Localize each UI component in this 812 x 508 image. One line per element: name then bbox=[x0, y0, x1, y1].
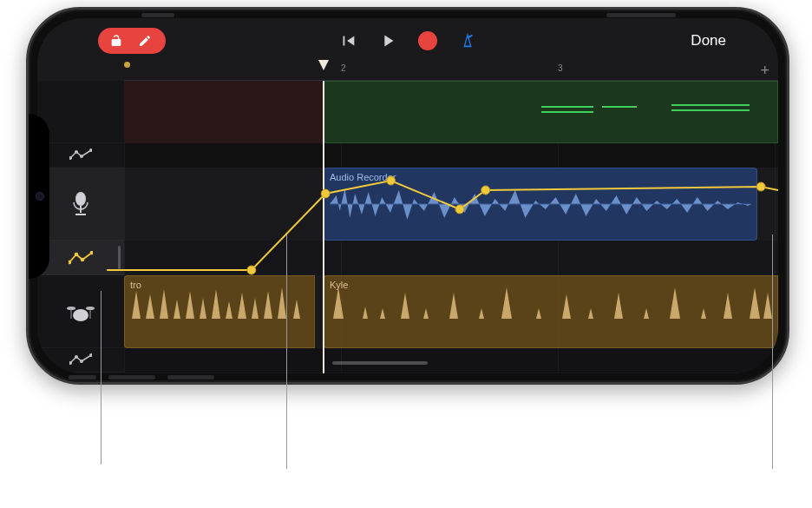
done-button[interactable]: Done bbox=[691, 32, 726, 49]
record-button[interactable] bbox=[416, 30, 439, 52]
svg-point-7 bbox=[75, 253, 79, 257]
waveform bbox=[330, 180, 751, 228]
phone-frame: Done 2 3 + bbox=[26, 7, 789, 385]
track-lane-audio-automation[interactable] bbox=[124, 241, 778, 275]
track-lane-midi[interactable] bbox=[124, 81, 778, 143]
ruler-tick: 2 bbox=[341, 63, 346, 73]
rewind-button[interactable] bbox=[337, 30, 359, 52]
metronome-button[interactable] bbox=[456, 30, 479, 52]
automation-icon bbox=[69, 148, 92, 161]
region-label: tro bbox=[130, 280, 141, 290]
track-lane-drummer-automation[interactable] bbox=[124, 348, 778, 373]
ruler-tick: 3 bbox=[558, 63, 563, 73]
automation-edit-toggle[interactable] bbox=[98, 28, 166, 54]
svg-point-16 bbox=[75, 355, 78, 359]
svg-point-1 bbox=[75, 150, 78, 154]
drummer-region-2[interactable]: Kyle bbox=[324, 275, 778, 348]
ruler[interactable]: 2 3 + bbox=[124, 60, 778, 81]
pencil-icon bbox=[136, 32, 154, 49]
audio-region[interactable]: Audio Recorder bbox=[324, 168, 757, 241]
phone-button-vol-down bbox=[167, 375, 214, 379]
track-header-drummer-automation[interactable] bbox=[37, 348, 124, 373]
timeline: 2 3 + bbox=[37, 60, 778, 373]
automation-icon bbox=[69, 353, 92, 366]
track-header-midi-automation[interactable] bbox=[37, 143, 124, 168]
drum-waveform bbox=[128, 295, 311, 342]
song-start-marker[interactable] bbox=[124, 62, 130, 68]
track-header-audio[interactable] bbox=[37, 168, 124, 241]
track-header-audio-automation[interactable] bbox=[37, 241, 124, 275]
unlock-icon bbox=[105, 30, 128, 52]
callout-line bbox=[286, 234, 287, 469]
toolbar: Done bbox=[37, 23, 778, 58]
microphone-icon bbox=[70, 192, 91, 221]
app-screen: Done 2 3 + bbox=[37, 18, 778, 373]
horizontal-scroll-indicator[interactable] bbox=[332, 361, 428, 365]
phone-button-power bbox=[606, 13, 676, 17]
svg-point-2 bbox=[80, 155, 83, 158]
track-lane-drummer[interactable]: tro bbox=[124, 275, 778, 348]
track-lane-midi-automation[interactable] bbox=[124, 143, 778, 168]
automation-icon bbox=[69, 251, 93, 265]
phone-notch bbox=[29, 114, 49, 279]
track-lanes[interactable]: Audio Recorder bbox=[124, 81, 778, 373]
add-section-button[interactable]: + bbox=[760, 62, 769, 80]
phone-button-silence bbox=[141, 13, 174, 17]
track-headers bbox=[37, 81, 124, 373]
midi-region[interactable] bbox=[324, 81, 778, 143]
svg-point-17 bbox=[80, 360, 83, 363]
drum-waveform bbox=[328, 295, 774, 342]
track-header-drummer[interactable] bbox=[37, 275, 124, 348]
drumkit-icon bbox=[66, 300, 95, 326]
svg-point-10 bbox=[73, 309, 88, 321]
automation-handle[interactable] bbox=[118, 246, 121, 269]
callout-line bbox=[101, 291, 102, 465]
phone-button-vol-up bbox=[108, 375, 155, 379]
svg-point-4 bbox=[75, 192, 86, 206]
play-button[interactable] bbox=[377, 30, 399, 52]
track-lane-audio[interactable]: Audio Recorder bbox=[124, 168, 778, 241]
svg-point-8 bbox=[81, 258, 85, 262]
callout-line bbox=[772, 234, 773, 469]
phone-button-sleep bbox=[69, 375, 96, 379]
track-header-midi[interactable] bbox=[37, 81, 124, 143]
